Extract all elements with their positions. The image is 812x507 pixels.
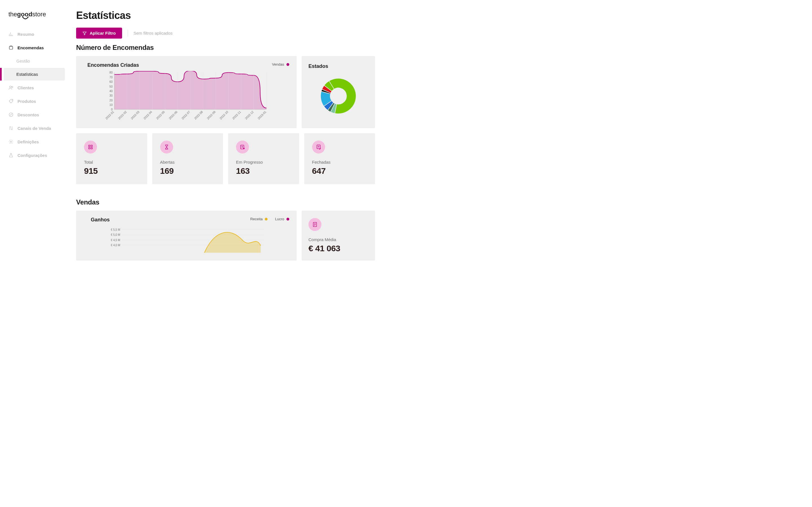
- sidebar-item-label: Descontos: [17, 112, 39, 117]
- nav: Resumo Encomendas Gestão Estatísticas Cl…: [0, 27, 65, 162]
- svg-text:2023-01: 2023-01: [257, 110, 267, 120]
- sidebar-item-label: Resumo: [17, 32, 34, 37]
- svg-text:80: 80: [109, 71, 113, 74]
- stat-label: Abertas: [160, 160, 215, 165]
- stat-card-open: Abertas 169: [152, 133, 223, 184]
- sidebar-item-encomendas[interactable]: Encomendas: [0, 41, 65, 54]
- sidebar-subitem-estatisticas[interactable]: Estatísticas: [4, 68, 65, 80]
- bars-icon: [8, 32, 13, 37]
- svg-rect-43: [89, 145, 90, 147]
- svg-text:2022-09: 2022-09: [206, 110, 216, 120]
- svg-text:2022-04: 2022-04: [143, 110, 153, 120]
- filter-icon: [82, 31, 87, 36]
- svg-text:€ 5,5 M: € 5,5 M: [111, 228, 120, 231]
- check-doc-icon: [312, 140, 325, 154]
- stat-card-closed: Fechadas 647: [304, 133, 375, 184]
- svg-text:2022-08: 2022-08: [194, 110, 204, 120]
- svg-text:2022-07: 2022-07: [181, 110, 191, 120]
- sidebar-item-label: Encomendas: [17, 45, 44, 50]
- avg-purchase-card: Compra Média € 41 063: [302, 211, 375, 261]
- svg-point-2: [11, 87, 13, 88]
- sidebar-item-resumo[interactable]: Resumo: [0, 27, 65, 41]
- sidebar-item-label: Estatísticas: [16, 72, 38, 76]
- card-title: Encomendas Criadas: [87, 62, 289, 68]
- section-title-orders: Número de Encomendas: [76, 44, 375, 52]
- stat-value: € 41 063: [308, 244, 368, 253]
- grid-icon: [84, 140, 97, 154]
- stat-value: 647: [312, 166, 367, 176]
- orders-line-chart: 010203040506070802022-012022-022022-0320…: [84, 71, 289, 122]
- stat-value: 169: [160, 166, 215, 176]
- stat-card-total: Total 915: [76, 133, 147, 184]
- states-donut-chart: [308, 72, 368, 120]
- filter-status: Sem filtros aplicados: [134, 31, 172, 36]
- svg-rect-46: [91, 148, 93, 149]
- discount-icon: [8, 112, 13, 117]
- stat-value: 163: [236, 166, 291, 176]
- flask-icon: [8, 153, 13, 158]
- svg-rect-49: [317, 145, 320, 149]
- receipt-icon: [308, 218, 321, 231]
- legend-label: Receita: [250, 217, 262, 221]
- sidebar-item-label: Definições: [17, 139, 39, 144]
- svg-text:30: 30: [109, 94, 113, 97]
- stat-label: Total: [84, 160, 139, 165]
- legend-dot: [265, 218, 267, 221]
- filter-row: Aplicar Filtro Sem filtros aplicados: [76, 27, 375, 39]
- svg-text:2022-06: 2022-06: [168, 110, 178, 120]
- legend-item-lucro: Lucro: [275, 217, 289, 221]
- gear-icon: [8, 139, 13, 144]
- svg-text:€ 4,0 M: € 4,0 M: [111, 244, 120, 247]
- stat-label: Fechadas: [312, 160, 367, 165]
- svg-text:2022-05: 2022-05: [156, 110, 165, 120]
- legend-label: Vendas: [272, 62, 284, 66]
- sidebar-item-label: Produtos: [17, 99, 36, 104]
- orders-chart-card: Vendas Encomendas Criadas 01020304050607…: [76, 56, 297, 128]
- legend-dot: [287, 218, 289, 221]
- sidebar-item-label: Canais de Venda: [17, 126, 51, 131]
- card-title: Estados: [308, 63, 368, 69]
- earnings-chart-card: Receita Lucro Ganhos € 5,5 M€ 5,0 M€ 4,5…: [76, 211, 297, 261]
- sidebar-subitem-gestao[interactable]: Gestão: [0, 55, 65, 67]
- svg-text:50: 50: [109, 85, 113, 88]
- progress-icon: [236, 140, 249, 154]
- chart-legend: Vendas: [272, 62, 289, 66]
- svg-rect-45: [89, 148, 90, 149]
- stat-row: Total 915 Abertas 169 Em Progresso 163: [76, 133, 375, 184]
- svg-text:2022-03: 2022-03: [130, 110, 140, 120]
- sidebar-item-canais[interactable]: Canais de Venda: [0, 122, 65, 135]
- svg-text:€ 4,5 M: € 4,5 M: [111, 238, 120, 242]
- hourglass-icon: [160, 140, 173, 154]
- stat-label: Compra Média: [308, 237, 368, 242]
- stat-card-progress: Em Progresso 163: [228, 133, 299, 184]
- apply-filter-button[interactable]: Aplicar Filtro: [76, 27, 122, 39]
- stat-value: 915: [84, 166, 139, 176]
- svg-text:€ 5,0 M: € 5,0 M: [111, 233, 120, 236]
- sidebar-item-descontos[interactable]: Descontos: [0, 108, 65, 121]
- users-icon: [8, 85, 13, 90]
- brand-logo: thegoodstore: [0, 11, 65, 27]
- svg-rect-0: [9, 47, 13, 50]
- svg-text:2022-10: 2022-10: [219, 110, 229, 120]
- tag-icon: [8, 99, 13, 104]
- svg-point-1: [10, 86, 11, 88]
- legend-dot: [287, 63, 289, 66]
- legend-label: Lucro: [275, 217, 284, 221]
- sidebar: thegoodstore Resumo Encomendas Gestão Es…: [0, 0, 65, 507]
- page-title: Estatísticas: [76, 10, 375, 21]
- states-card: Estados: [302, 56, 375, 128]
- svg-text:2022-02: 2022-02: [117, 110, 128, 120]
- sidebar-item-configuracoes[interactable]: Configurações: [0, 149, 65, 162]
- package-icon: [8, 45, 13, 50]
- legend-item-vendas: Vendas: [272, 62, 289, 66]
- svg-text:70: 70: [109, 76, 113, 79]
- chart-legend: Receita Lucro: [250, 217, 289, 221]
- sidebar-item-label: Configurações: [17, 153, 47, 158]
- svg-point-3: [12, 100, 12, 100]
- sidebar-item-produtos[interactable]: Produtos: [0, 95, 65, 108]
- svg-text:60: 60: [109, 80, 113, 83]
- sidebar-item-clientes[interactable]: Clientes: [0, 81, 65, 94]
- svg-text:10: 10: [109, 103, 113, 107]
- sidebar-item-definicoes[interactable]: Definições: [0, 135, 65, 148]
- svg-rect-44: [91, 145, 93, 147]
